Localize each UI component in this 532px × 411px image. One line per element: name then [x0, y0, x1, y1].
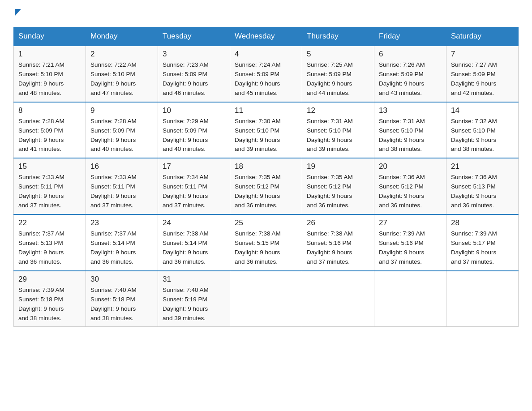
- calendar-header: SundayMondayTuesdayWednesdayThursdayFrid…: [14, 27, 519, 46]
- day-info: Sunrise: 7:36 AMSunset: 5:12 PMDaylight:…: [379, 173, 442, 210]
- day-info: Sunrise: 7:38 AMSunset: 5:16 PMDaylight:…: [307, 229, 369, 267]
- calendar-cell: 9Sunrise: 7:28 AMSunset: 5:09 PMDaylight…: [86, 102, 158, 158]
- calendar-cell: 1Sunrise: 7:21 AMSunset: 5:10 PMDaylight…: [14, 46, 86, 102]
- day-number: 17: [163, 162, 225, 171]
- calendar-cell: 23Sunrise: 7:37 AMSunset: 5:14 PMDayligh…: [86, 214, 158, 271]
- calendar-week-row: 1Sunrise: 7:21 AMSunset: 5:10 PMDaylight…: [14, 46, 519, 102]
- day-info: Sunrise: 7:25 AMSunset: 5:09 PMDaylight:…: [307, 60, 369, 98]
- day-number: 30: [90, 275, 153, 284]
- calendar-cell: 27Sunrise: 7:39 AMSunset: 5:16 PMDayligh…: [374, 214, 446, 271]
- day-info: Sunrise: 7:33 AMSunset: 5:11 PMDaylight:…: [18, 173, 81, 210]
- calendar-cell: 17Sunrise: 7:34 AMSunset: 5:11 PMDayligh…: [158, 158, 230, 214]
- day-number: 7: [451, 50, 514, 59]
- calendar-cell: 15Sunrise: 7:33 AMSunset: 5:11 PMDayligh…: [14, 158, 86, 214]
- day-info: Sunrise: 7:24 AMSunset: 5:09 PMDaylight:…: [235, 60, 297, 98]
- day-info: Sunrise: 7:27 AMSunset: 5:09 PMDaylight:…: [451, 60, 514, 98]
- header-cell-monday: Monday: [86, 27, 158, 46]
- day-info: Sunrise: 7:31 AMSunset: 5:10 PMDaylight:…: [307, 117, 369, 154]
- day-number: 18: [235, 162, 297, 171]
- logo: [13, 9, 21, 19]
- calendar-cell: 30Sunrise: 7:40 AMSunset: 5:18 PMDayligh…: [86, 271, 158, 327]
- day-number: 11: [235, 106, 297, 115]
- day-number: 2: [90, 50, 153, 59]
- day-info: Sunrise: 7:37 AMSunset: 5:13 PMDaylight:…: [18, 229, 81, 267]
- calendar-week-row: 8Sunrise: 7:28 AMSunset: 5:09 PMDaylight…: [14, 102, 519, 158]
- calendar-cell: 6Sunrise: 7:26 AMSunset: 5:09 PMDaylight…: [374, 46, 446, 102]
- calendar-cell: 11Sunrise: 7:30 AMSunset: 5:10 PMDayligh…: [230, 102, 302, 158]
- day-info: Sunrise: 7:33 AMSunset: 5:11 PMDaylight:…: [90, 173, 153, 210]
- calendar-cell: 14Sunrise: 7:32 AMSunset: 5:10 PMDayligh…: [446, 102, 519, 158]
- day-number: 12: [307, 106, 369, 115]
- day-number: 22: [18, 218, 81, 227]
- day-info: Sunrise: 7:30 AMSunset: 5:10 PMDaylight:…: [235, 117, 297, 154]
- calendar-cell: 28Sunrise: 7:39 AMSunset: 5:17 PMDayligh…: [446, 214, 519, 271]
- day-info: Sunrise: 7:36 AMSunset: 5:13 PMDaylight:…: [451, 173, 514, 210]
- calendar-body: 1Sunrise: 7:21 AMSunset: 5:10 PMDaylight…: [14, 46, 519, 327]
- day-info: Sunrise: 7:37 AMSunset: 5:14 PMDaylight:…: [90, 229, 153, 267]
- calendar-cell: [230, 271, 302, 327]
- header-cell-wednesday: Wednesday: [230, 27, 302, 46]
- calendar-cell: 20Sunrise: 7:36 AMSunset: 5:12 PMDayligh…: [374, 158, 446, 214]
- day-number: 16: [90, 162, 153, 171]
- calendar-cell: 21Sunrise: 7:36 AMSunset: 5:13 PMDayligh…: [446, 158, 519, 214]
- day-number: 27: [379, 218, 442, 227]
- day-number: 25: [235, 218, 297, 227]
- day-info: Sunrise: 7:38 AMSunset: 5:15 PMDaylight:…: [235, 229, 297, 267]
- day-number: 3: [163, 50, 225, 59]
- day-info: Sunrise: 7:26 AMSunset: 5:09 PMDaylight:…: [379, 60, 442, 98]
- day-info: Sunrise: 7:39 AMSunset: 5:17 PMDaylight:…: [451, 229, 514, 267]
- day-info: Sunrise: 7:40 AMSunset: 5:19 PMDaylight:…: [163, 286, 225, 323]
- calendar-cell: 13Sunrise: 7:31 AMSunset: 5:10 PMDayligh…: [374, 102, 446, 158]
- day-number: 5: [307, 50, 369, 59]
- day-number: 23: [90, 218, 153, 227]
- day-number: 4: [235, 50, 297, 59]
- day-number: 8: [18, 106, 81, 115]
- calendar-week-row: 15Sunrise: 7:33 AMSunset: 5:11 PMDayligh…: [14, 158, 519, 214]
- calendar-cell: [374, 271, 446, 327]
- day-info: Sunrise: 7:38 AMSunset: 5:14 PMDaylight:…: [163, 229, 225, 267]
- header-cell-tuesday: Tuesday: [158, 27, 230, 46]
- calendar-week-row: 29Sunrise: 7:39 AMSunset: 5:18 PMDayligh…: [14, 271, 519, 327]
- day-info: Sunrise: 7:39 AMSunset: 5:18 PMDaylight:…: [18, 286, 81, 323]
- header-cell-saturday: Saturday: [446, 27, 519, 46]
- day-number: 21: [451, 162, 514, 171]
- day-number: 15: [18, 162, 81, 171]
- header-cell-sunday: Sunday: [14, 27, 86, 46]
- calendar-cell: 31Sunrise: 7:40 AMSunset: 5:19 PMDayligh…: [158, 271, 230, 327]
- calendar-cell: 26Sunrise: 7:38 AMSunset: 5:16 PMDayligh…: [302, 214, 374, 271]
- day-number: 6: [379, 50, 442, 59]
- day-number: 28: [451, 218, 514, 227]
- day-number: 20: [379, 162, 442, 171]
- calendar-cell: 18Sunrise: 7:35 AMSunset: 5:12 PMDayligh…: [230, 158, 302, 214]
- day-info: Sunrise: 7:40 AMSunset: 5:18 PMDaylight:…: [90, 286, 153, 323]
- day-info: Sunrise: 7:35 AMSunset: 5:12 PMDaylight:…: [307, 173, 369, 210]
- day-info: Sunrise: 7:31 AMSunset: 5:10 PMDaylight:…: [379, 117, 442, 154]
- day-info: Sunrise: 7:22 AMSunset: 5:10 PMDaylight:…: [90, 60, 153, 98]
- calendar-cell: 12Sunrise: 7:31 AMSunset: 5:10 PMDayligh…: [302, 102, 374, 158]
- header-row: SundayMondayTuesdayWednesdayThursdayFrid…: [14, 27, 519, 46]
- calendar-cell: 25Sunrise: 7:38 AMSunset: 5:15 PMDayligh…: [230, 214, 302, 271]
- calendar-table: SundayMondayTuesdayWednesdayThursdayFrid…: [13, 27, 519, 327]
- day-info: Sunrise: 7:23 AMSunset: 5:09 PMDaylight:…: [163, 60, 225, 98]
- day-number: 29: [18, 275, 81, 284]
- day-info: Sunrise: 7:35 AMSunset: 5:12 PMDaylight:…: [235, 173, 297, 210]
- calendar-cell: 5Sunrise: 7:25 AMSunset: 5:09 PMDaylight…: [302, 46, 374, 102]
- day-info: Sunrise: 7:28 AMSunset: 5:09 PMDaylight:…: [18, 117, 81, 154]
- page-header: [13, 9, 519, 19]
- day-info: Sunrise: 7:29 AMSunset: 5:09 PMDaylight:…: [163, 117, 225, 154]
- calendar-cell: [446, 271, 519, 327]
- calendar-cell: 16Sunrise: 7:33 AMSunset: 5:11 PMDayligh…: [86, 158, 158, 214]
- calendar-week-row: 22Sunrise: 7:37 AMSunset: 5:13 PMDayligh…: [14, 214, 519, 271]
- day-info: Sunrise: 7:32 AMSunset: 5:10 PMDaylight:…: [451, 117, 514, 154]
- header-cell-friday: Friday: [374, 27, 446, 46]
- day-number: 9: [90, 106, 153, 115]
- day-info: Sunrise: 7:21 AMSunset: 5:10 PMDaylight:…: [18, 60, 81, 98]
- calendar-cell: [302, 271, 374, 327]
- day-number: 19: [307, 162, 369, 171]
- day-number: 14: [451, 106, 514, 115]
- day-info: Sunrise: 7:28 AMSunset: 5:09 PMDaylight:…: [90, 117, 153, 154]
- day-number: 31: [163, 275, 225, 284]
- calendar-cell: 22Sunrise: 7:37 AMSunset: 5:13 PMDayligh…: [14, 214, 86, 271]
- calendar-cell: 29Sunrise: 7:39 AMSunset: 5:18 PMDayligh…: [14, 271, 86, 327]
- calendar-cell: 4Sunrise: 7:24 AMSunset: 5:09 PMDaylight…: [230, 46, 302, 102]
